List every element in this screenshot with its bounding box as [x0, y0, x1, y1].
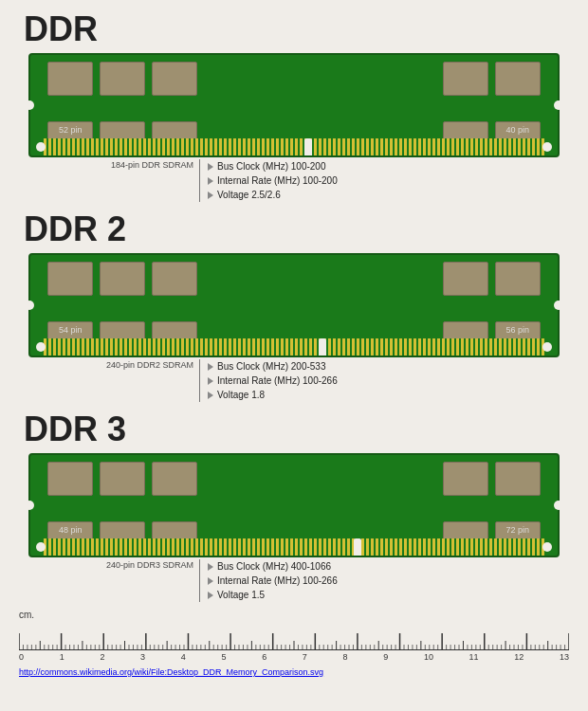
ddr3-chip [47, 462, 93, 496]
ddr1-chip [495, 62, 541, 96]
ddr1-pins-bar [44, 138, 544, 155]
ddr2-chip [47, 262, 93, 296]
ddr1-chip [47, 62, 93, 96]
footer-link[interactable]: http://commons.wikimedia.org/wiki/File:D… [19, 667, 579, 677]
ddr3-right-circle [554, 501, 563, 510]
ruler-num-8: 8 [343, 652, 348, 662]
ddr3-label: DDR 3 [24, 410, 579, 449]
ddr1-pin-count: 184-pin DDR SDRAM [19, 159, 199, 170]
arrow-icon [208, 177, 213, 185]
ruler-num-9: 9 [383, 652, 388, 662]
ddr2-chip [495, 262, 541, 296]
ddr1-right-circle [554, 100, 563, 110]
ruler-num-4: 4 [181, 652, 186, 662]
ddr2-chips-top-left [47, 262, 197, 296]
ddr3-chip [152, 462, 197, 496]
ddr3-section: DDR 3 [9, 410, 579, 602]
ruler-num-0: 0 [19, 652, 24, 662]
ddr3-spec-text-3: Voltage 1.5 [217, 588, 265, 602]
ddr1-label: DDR [24, 9, 579, 49]
ruler [19, 622, 569, 650]
ddr1-spec-1: Bus Clock (MHz) 100-200 [208, 159, 569, 173]
ruler-svg [19, 622, 569, 650]
ruler-num-7: 7 [303, 652, 307, 662]
arrow-icon [208, 577, 213, 585]
arrow-icon [208, 363, 213, 371]
ddr3-pins-bar [44, 538, 544, 556]
ddr3-spec-1: Bus Clock (MHz) 400-1066 [208, 559, 569, 574]
ruler-num-6: 6 [262, 652, 266, 662]
ddr3-chip [443, 462, 488, 496]
ddr3-right-dot [542, 542, 552, 552]
ddr3-right-pins: 72 pin [505, 525, 529, 535]
ddr3-module: 48 pin 72 pin [28, 453, 560, 557]
ruler-num-5: 5 [221, 652, 226, 662]
ddr1-specs: Bus Clock (MHz) 100-200 Internal Rate (M… [200, 159, 569, 202]
ruler-num-12: 12 [514, 652, 524, 662]
ddr2-pins-bar [44, 338, 544, 356]
ddr2-spec-text-3: Voltage 1.8 [217, 388, 265, 402]
ddr2-label: DDR 2 [24, 210, 579, 249]
ddr2-spec-1: Bus Clock (MHz) 200-533 [208, 359, 569, 374]
ddr2-section: DDR 2 [9, 210, 579, 402]
ddr3-spec-text-2: Internal Rate (MHz) 100-266 [217, 574, 338, 588]
arrow-icon [208, 163, 213, 171]
ddr2-module: 54 pin 56 pin [28, 253, 560, 357]
ddr1-module: 52 pin 40 pin [28, 53, 560, 157]
ruler-num-10: 10 [424, 652, 433, 662]
ddr2-chip [152, 262, 197, 296]
ruler-num-2: 2 [100, 652, 104, 662]
ddr2-left-pins: 54 pin [59, 325, 83, 335]
ddr1-left-dot [36, 142, 46, 152]
ddr1-spec-3: Voltage 2.5/2.6 [208, 188, 569, 202]
ddr3-spec-text-1: Bus Clock (MHz) 400-1066 [217, 559, 331, 574]
ddr2-specs: Bus Clock (MHz) 200-533 Internal Rate (M… [200, 359, 569, 402]
ddr1-left-pins: 52 pin [59, 125, 83, 135]
ddr1-spec-text-3: Voltage 2.5/2.6 [217, 188, 281, 202]
ruler-label: cm. [19, 610, 569, 620]
ddr2-chip [443, 262, 488, 296]
arrow-icon [208, 377, 213, 385]
ddr2-pin-count: 240-pin DDR2 SDRAM [19, 359, 199, 370]
ruler-num-13: 13 [560, 652, 569, 662]
ddr3-info-row: 240-pin DDR3 SDRAM Bus Clock (MHz) 400-1… [19, 559, 569, 602]
ddr3-module-wrapper: 48 pin 72 pin [19, 453, 569, 557]
ddr1-spec-2: Internal Rate (MHz) 100-200 [208, 173, 569, 188]
ddr3-notch [354, 538, 361, 556]
arrow-icon [208, 563, 213, 571]
ruler-num-3: 3 [140, 652, 145, 662]
ddr1-spec-text-1: Bus Clock (MHz) 100-200 [217, 159, 325, 173]
ddr3-specs: Bus Clock (MHz) 400-1066 Internal Rate (… [200, 559, 569, 602]
ddr2-left-dot [36, 342, 46, 352]
ddr2-spec-text-2: Internal Rate (MHz) 100-266 [217, 374, 338, 388]
ddr3-left-circle [25, 501, 34, 510]
ruler-num-1: 1 [60, 652, 64, 662]
ddr2-chips-top-right [443, 262, 541, 296]
ddr3-pin-count: 240-pin DDR3 SDRAM [19, 559, 199, 570]
ddr1-spec-text-2: Internal Rate (MHz) 100-200 [217, 173, 338, 188]
arrow-icon [208, 392, 213, 399]
ddr2-chip [100, 262, 145, 296]
ddr2-right-circle [554, 301, 563, 310]
ddr2-spec-2: Internal Rate (MHz) 100-266 [208, 374, 569, 388]
ruler-num-11: 11 [469, 652, 479, 662]
ddr2-module-wrapper: 54 pin 56 pin [19, 253, 569, 357]
ddr1-right-dot [542, 142, 552, 152]
ddr3-left-dot [36, 542, 46, 552]
ddr1-chip [152, 62, 197, 96]
ddr1-section: DDR [9, 9, 579, 202]
ddr3-spec-3: Voltage 1.5 [208, 588, 569, 602]
ddr2-right-dot [542, 342, 552, 352]
ddr1-chips-top-right [443, 62, 541, 96]
arrow-icon [208, 592, 213, 599]
ddr1-module-wrapper: 52 pin 40 pin [19, 53, 569, 157]
ddr2-right-pins: 56 pin [505, 325, 529, 335]
ddr2-notch [319, 338, 326, 356]
ddr3-chips-top-left [47, 462, 197, 496]
ddr1-notch [304, 138, 312, 155]
ddr1-right-pins: 40 pin [505, 125, 529, 135]
ddr2-info-row: 240-pin DDR2 SDRAM Bus Clock (MHz) 200-5… [19, 359, 569, 402]
ddr2-left-circle [25, 301, 34, 310]
ruler-numbers-row: 0 1 2 3 4 5 6 7 8 9 10 11 12 13 [19, 650, 569, 664]
ddr1-chips-top-left [47, 62, 197, 96]
